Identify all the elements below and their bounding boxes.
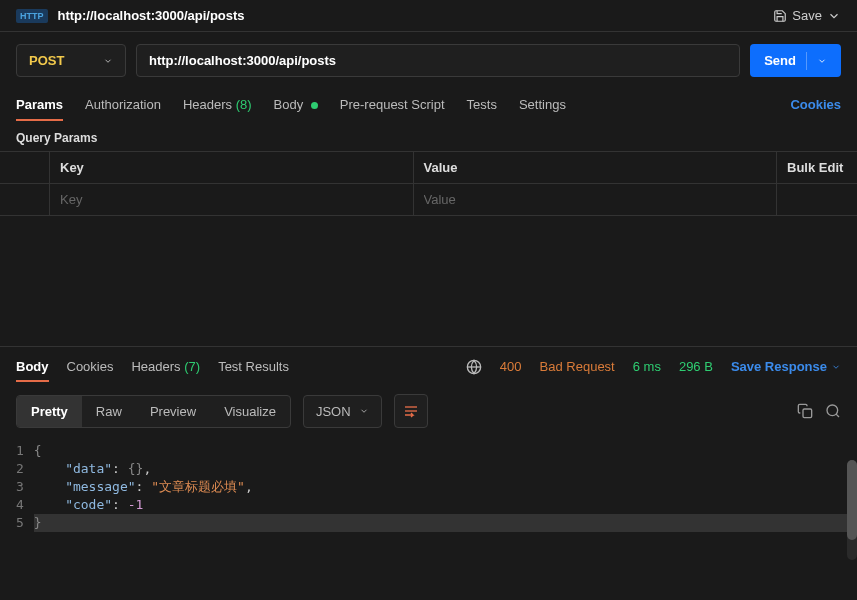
format-label: JSON <box>316 404 351 419</box>
copy-icon[interactable] <box>797 403 813 419</box>
chevron-down-icon <box>831 362 841 372</box>
tab-headers-count: (8) <box>236 97 252 112</box>
scrollbar-thumb[interactable] <box>847 460 857 540</box>
http-badge: HTTP <box>16 9 48 23</box>
tab-body[interactable]: Body <box>274 89 318 120</box>
query-params-title: Query Params <box>0 121 857 151</box>
send-button[interactable]: Send <box>750 44 841 77</box>
view-tab-pretty[interactable]: Pretty <box>17 396 82 427</box>
resp-tab-headers-count: (7) <box>184 359 200 374</box>
resp-tab-cookies[interactable]: Cookies <box>67 355 114 378</box>
save-label: Save <box>792 8 822 23</box>
save-icon <box>773 9 787 23</box>
param-value-input[interactable] <box>424 192 767 207</box>
param-key-input[interactable] <box>60 192 403 207</box>
params-table: Key Value Bulk Edit <box>0 151 857 216</box>
method-select[interactable]: POST <box>16 44 126 77</box>
save-button[interactable]: Save <box>773 8 841 23</box>
svg-point-5 <box>827 405 838 416</box>
view-mode-tabs: Pretty Raw Preview Visualize <box>16 395 291 428</box>
tab-headers-label: Headers <box>183 97 232 112</box>
wrap-lines-button[interactable] <box>394 394 428 428</box>
tab-tests[interactable]: Tests <box>467 89 497 120</box>
tab-body-label: Body <box>274 97 304 112</box>
line-numbers: 1 2 3 4 5 <box>0 436 34 538</box>
request-title: http://localhost:3000/api/posts <box>58 8 774 23</box>
status-text: Bad Request <box>540 359 615 374</box>
save-response-label: Save Response <box>731 359 827 374</box>
status-size: 296 B <box>679 359 713 374</box>
chevron-down-icon <box>103 56 113 66</box>
resp-tab-test-results[interactable]: Test Results <box>218 355 289 378</box>
bulk-edit-button[interactable]: Bulk Edit <box>777 152 857 183</box>
params-col-checkbox <box>0 152 50 183</box>
resp-tab-headers[interactable]: Headers (7) <box>131 355 200 378</box>
tab-prerequest[interactable]: Pre-request Script <box>340 89 445 120</box>
scrollbar[interactable] <box>847 460 857 560</box>
chevron-down-icon <box>359 406 369 416</box>
view-tab-raw[interactable]: Raw <box>82 396 136 427</box>
body-modified-dot <box>311 102 318 109</box>
status-code: 400 <box>500 359 522 374</box>
svg-line-6 <box>836 414 839 417</box>
method-label: POST <box>29 53 103 68</box>
resp-tab-headers-label: Headers <box>131 359 180 374</box>
code-content: { "data": {}, "message": "文章标题必填", "code… <box>34 436 857 538</box>
chevron-down-icon <box>827 9 841 23</box>
svg-rect-4 <box>803 409 812 418</box>
chevron-down-icon <box>817 56 827 66</box>
tab-headers[interactable]: Headers (8) <box>183 89 252 120</box>
url-input[interactable] <box>149 53 727 68</box>
tab-authorization[interactable]: Authorization <box>85 89 161 120</box>
view-tab-visualize[interactable]: Visualize <box>210 396 290 427</box>
tab-settings[interactable]: Settings <box>519 89 566 120</box>
send-divider <box>806 52 807 70</box>
cookies-link[interactable]: Cookies <box>790 97 841 112</box>
search-icon[interactable] <box>825 403 841 419</box>
globe-icon[interactable] <box>466 359 482 375</box>
tab-params[interactable]: Params <box>16 89 63 120</box>
response-body[interactable]: 1 2 3 4 5 { "data": {}, "message": "文章标题… <box>0 436 857 538</box>
wrap-icon <box>403 403 419 419</box>
params-row <box>0 184 857 216</box>
params-col-key: Key <box>50 152 414 183</box>
send-label: Send <box>764 53 796 68</box>
save-response-button[interactable]: Save Response <box>731 359 841 374</box>
status-time: 6 ms <box>633 359 661 374</box>
view-tab-preview[interactable]: Preview <box>136 396 210 427</box>
params-col-value: Value <box>414 152 778 183</box>
resp-tab-body[interactable]: Body <box>16 355 49 378</box>
format-select[interactable]: JSON <box>303 395 382 428</box>
